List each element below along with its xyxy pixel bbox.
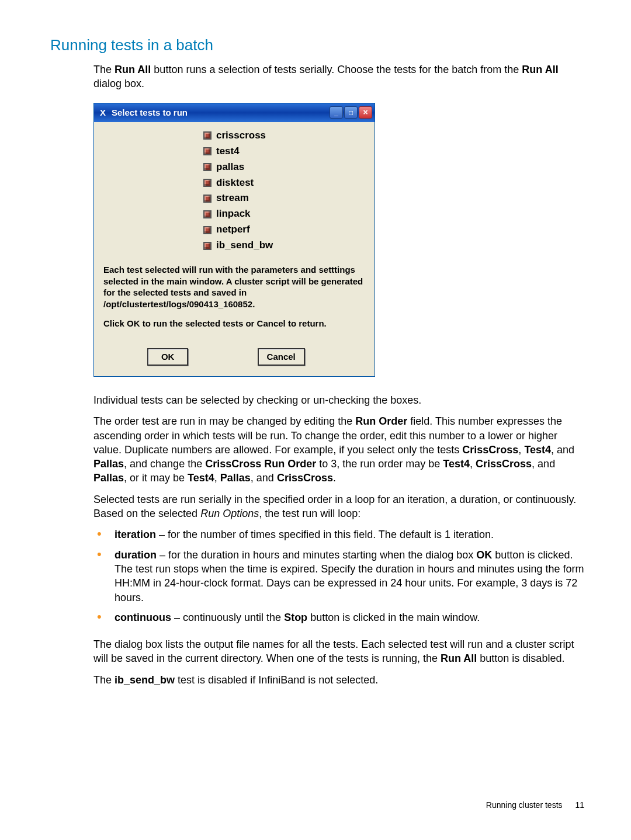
app-x-icon: X [98, 107, 108, 118]
bold-term: CrissCross [462, 444, 518, 456]
intro-paragraph: The Run All button runs a selection of t… [93, 63, 584, 91]
bold-term: Test4 [443, 458, 470, 470]
bold-term: Stop [284, 612, 307, 623]
minimize-icon[interactable]: _ [330, 106, 343, 119]
text: , [470, 458, 476, 470]
section-heading: Running tests in a batch [50, 35, 584, 55]
list-item: continuous – continuously until the Stop… [93, 610, 584, 630]
text: , the test run will loop: [259, 508, 360, 519]
text: button is disabled. [477, 652, 564, 664]
check-row[interactable]: crisscross [161, 128, 307, 144]
check-row[interactable]: test4 [161, 144, 307, 159]
text: , and [251, 472, 277, 484]
check-row[interactable]: netperf [161, 222, 307, 238]
check-label: ib_send_bw [216, 239, 273, 252]
text: The order test are run in may be changed… [93, 415, 355, 427]
bold-term: Pallas [220, 472, 251, 484]
dialog-title: Select tests to run [112, 107, 188, 119]
body-paragraph: The order test are run in may be changed… [93, 414, 584, 485]
checkbox-icon[interactable] [203, 242, 212, 250]
text: test is disabled if InfiniBand is not se… [175, 674, 378, 686]
dialog-message-p2: Click OK to run the selected tests or Ca… [103, 318, 365, 329]
select-tests-dialog: X Select tests to run _ □ × crisscross t… [93, 103, 375, 377]
check-label: netperf [216, 223, 250, 237]
text: – for the number of times specified in t… [156, 529, 494, 540]
option-key: iteration [115, 529, 156, 540]
checkbox-icon[interactable] [203, 147, 212, 155]
body-paragraph: The ib_send_bw test is disabled if Infin… [93, 673, 584, 687]
check-label: disktest [216, 176, 254, 190]
text: , or it may be [124, 472, 188, 484]
bold-term: OK [476, 549, 492, 561]
cancel-button[interactable]: Cancel [258, 348, 305, 366]
bold-term: Test4 [524, 444, 551, 456]
page-footer: Running cluster tests 11 [486, 800, 584, 811]
checkbox-icon[interactable] [203, 179, 212, 187]
check-row[interactable]: linpack [161, 206, 307, 222]
dialog-message: Each test selected will run with the par… [103, 264, 365, 329]
options-list: iteration – for the number of times spec… [93, 527, 584, 630]
italic-term: Run Options [200, 508, 259, 519]
option-key: duration [115, 549, 157, 561]
maximize-icon[interactable]: □ [344, 106, 358, 119]
bold-term: Pallas [93, 472, 124, 484]
text: – for the duration in hours and minutes … [157, 549, 476, 561]
bold-term: Run Order [355, 415, 407, 427]
list-item: iteration – for the number of times spec… [93, 527, 584, 547]
check-label: stream [216, 192, 249, 205]
text: button runs a selection of tests seriall… [151, 64, 522, 75]
bold-term: CrissCross Run Order [205, 458, 316, 470]
bold-term: CrissCross [277, 472, 333, 484]
text: button is clicked in the main window. [307, 612, 480, 623]
check-row[interactable]: ib_send_bw [161, 238, 307, 254]
check-label: test4 [216, 145, 240, 158]
text: , and [532, 458, 555, 470]
body-paragraph: The dialog box lists the output file nam… [93, 637, 584, 666]
bold-term: CrissCross [476, 458, 532, 470]
checkbox-icon[interactable] [203, 195, 212, 203]
check-label: crisscross [216, 129, 266, 143]
checkbox-icon[interactable] [203, 163, 212, 171]
check-label: pallas [216, 161, 244, 174]
text: , [518, 444, 524, 456]
bold-term: Run All [441, 652, 477, 664]
footer-text: Running cluster tests [486, 800, 563, 810]
text: , and change the [124, 458, 205, 470]
close-icon[interactable]: × [359, 106, 372, 119]
dialog-titlebar[interactable]: X Select tests to run _ □ × [94, 103, 375, 122]
check-label: linpack [216, 207, 251, 221]
text: , and [551, 444, 574, 456]
dialog-message-p1: Each test selected will run with the par… [103, 264, 365, 310]
body-paragraph: Individual tests can be selected by chec… [93, 393, 584, 407]
text: dialog box. [93, 78, 144, 89]
bold-term: Pallas [93, 458, 124, 470]
checkbox-icon[interactable] [203, 210, 212, 218]
check-row[interactable]: stream [161, 190, 307, 206]
option-key: continuous [115, 612, 171, 623]
bold-term: ib_send_bw [115, 674, 175, 686]
run-all-label: Run All [115, 64, 151, 75]
check-row[interactable]: disktest [161, 175, 307, 191]
body-paragraph: Selected tests are run serially in the s… [93, 492, 584, 521]
text: , [214, 472, 220, 484]
bold-term: Test4 [188, 472, 214, 484]
ok-button[interactable]: OK [147, 348, 188, 366]
test-checklist: crisscross test4 pallas disktest stream … [161, 128, 307, 254]
text: The [93, 64, 115, 75]
text: . [333, 472, 336, 484]
run-all-label: Run All [522, 64, 558, 75]
list-item: duration – for the duration in hours and… [93, 548, 584, 610]
text: – continuously until the [171, 612, 284, 623]
checkbox-icon[interactable] [203, 131, 212, 140]
checkbox-icon[interactable] [203, 226, 212, 234]
check-row[interactable]: pallas [161, 159, 307, 175]
text: The [93, 674, 115, 686]
page-number: 11 [575, 800, 584, 810]
text: to 3, the run order may be [316, 458, 443, 470]
